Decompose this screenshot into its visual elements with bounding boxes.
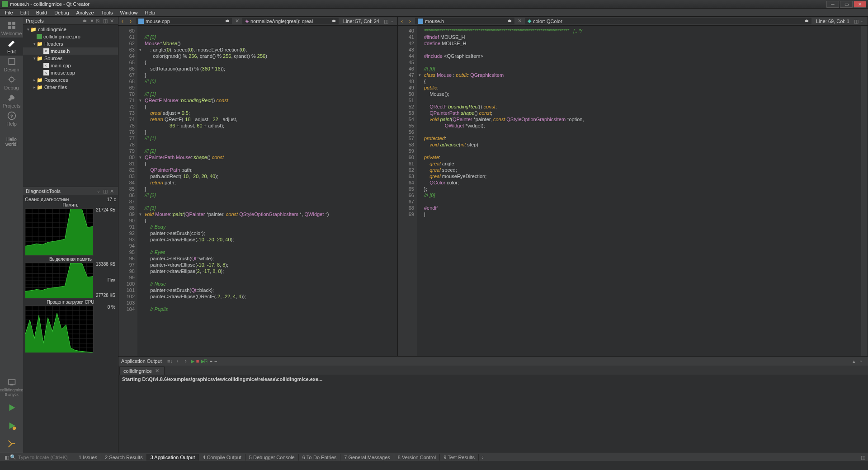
memory-chart bbox=[25, 208, 94, 256]
build-button[interactable] bbox=[0, 435, 23, 453]
symbol-selector[interactable]: ◈ normalizeAngle(qreal): qreal ≑ bbox=[242, 18, 339, 24]
svg-point-4 bbox=[9, 77, 14, 82]
prev-button[interactable]: ‹ bbox=[175, 358, 181, 364]
dropdown-icon[interactable]: ≑ bbox=[481, 455, 486, 460]
split-icon[interactable]: ◫ bbox=[854, 19, 859, 24]
mode-design[interactable]: Design bbox=[0, 56, 23, 74]
svg-rect-8 bbox=[10, 385, 13, 385]
stop-icon[interactable]: ■ bbox=[196, 358, 199, 364]
close-panel-icon[interactable]: ✕ bbox=[110, 18, 115, 24]
side-panel: Projects ≑ ▼ ⎘ ◫ ✕ ▾📁collidingmicecollid… bbox=[23, 17, 118, 453]
member-icon: ◆ bbox=[528, 18, 531, 24]
menu-help[interactable]: Help bbox=[142, 9, 159, 16]
close-panel-icon[interactable]: ✕ bbox=[110, 188, 115, 194]
next-button[interactable]: › bbox=[183, 358, 189, 364]
mode-debug[interactable]: Debug bbox=[0, 74, 23, 92]
function-icon: ◈ bbox=[245, 18, 249, 24]
tree-item[interactable]: hmouse.h bbox=[23, 47, 118, 55]
status-tab[interactable]: 3 Application Output bbox=[147, 454, 199, 461]
output-tab[interactable]: collidingmice ✕ bbox=[119, 367, 165, 375]
status-tab[interactable]: 4 Compile Output bbox=[199, 454, 245, 461]
kit-selector[interactable]: collidingmice Выпуск bbox=[0, 376, 23, 399]
cursor-position: Line: 57, Col: 24 bbox=[340, 19, 382, 24]
code-editor[interactable]: 4041424344454647484950515253545556575859… bbox=[398, 26, 868, 356]
run-button[interactable] bbox=[0, 399, 23, 417]
mode-edit[interactable]: Edit bbox=[0, 38, 23, 56]
dropdown-icon[interactable]: ≑ bbox=[83, 18, 88, 24]
file-selector[interactable]: mouse.h ≑ bbox=[415, 18, 514, 24]
file-selector[interactable]: mouse.cpp ≑ bbox=[136, 18, 232, 24]
close-file-button[interactable]: ✕ bbox=[234, 18, 241, 24]
status-tab[interactable]: 2 Search Results bbox=[101, 454, 147, 461]
status-tab[interactable]: 5 Debugger Console bbox=[245, 454, 299, 461]
tree-item[interactable]: cmain.cpp bbox=[23, 62, 118, 69]
maximize-button[interactable]: ▭ bbox=[840, 1, 853, 8]
split-icon[interactable]: ◫ bbox=[103, 18, 108, 24]
svg-rect-7 bbox=[8, 380, 15, 384]
link-icon[interactable]: ⎘ bbox=[96, 18, 102, 24]
menu-window[interactable]: Window bbox=[117, 9, 141, 16]
menu-edit[interactable]: Edit bbox=[17, 9, 32, 16]
close-split-icon[interactable]: ▫ bbox=[861, 19, 867, 24]
run-debug-button[interactable] bbox=[0, 417, 23, 435]
status-tab[interactable]: 1 Issues bbox=[75, 454, 101, 461]
project-tree[interactable]: ▾📁collidingmicecollidingmice.pro▾📁Header… bbox=[23, 25, 118, 187]
tree-item[interactable]: cmouse.cpp bbox=[23, 69, 118, 76]
forward-button[interactable]: › bbox=[407, 18, 413, 24]
dropdown-icon[interactable]: ≑ bbox=[96, 188, 102, 194]
cpp-icon bbox=[138, 19, 144, 24]
output-text[interactable]: Starting D:\Qt\4.8.6\examples\graphicsvi… bbox=[118, 375, 868, 453]
locator-input[interactable] bbox=[18, 455, 72, 460]
editor-toolbar: ‹ › mouse.h ≑ ✕ ◆ color: QColor ≑ Line: … bbox=[398, 17, 868, 26]
filter-icon[interactable]: ≡↓ bbox=[167, 358, 173, 364]
forward-button[interactable]: › bbox=[127, 18, 134, 24]
tree-item[interactable]: ▾📁collidingmice bbox=[23, 26, 118, 33]
menu-debug[interactable]: Debug bbox=[51, 9, 72, 16]
tree-item[interactable]: collidingmice.pro bbox=[23, 33, 118, 40]
maximize-icon[interactable]: ▴ bbox=[853, 358, 858, 364]
close-file-button[interactable]: ✕ bbox=[516, 18, 523, 24]
attach-icon[interactable]: ▶⎘ bbox=[201, 358, 208, 364]
menu-analyze[interactable]: Analyze bbox=[73, 9, 97, 16]
tree-item[interactable]: ▸📁Resources bbox=[23, 76, 118, 84]
sidebar-toggle-icon[interactable]: ◧ bbox=[2, 455, 7, 460]
menu-file[interactable]: File bbox=[2, 9, 16, 16]
add-icon[interactable]: + bbox=[209, 358, 212, 364]
run-icon[interactable]: ▶ bbox=[191, 358, 194, 364]
locator[interactable]: 🔍 bbox=[8, 454, 74, 460]
split-icon[interactable]: ◫ bbox=[103, 188, 108, 194]
symbol-selector[interactable]: ◆ color: QColor ≑ bbox=[525, 18, 811, 24]
menu-tools[interactable]: Tools bbox=[98, 9, 116, 16]
status-tab[interactable]: 6 To-Do Entries bbox=[299, 454, 341, 461]
menubar: FileEditBuildDebugAnalyzeToolsWindowHelp bbox=[0, 9, 868, 17]
status-tab[interactable]: 8 Version Control bbox=[394, 454, 440, 461]
tree-item[interactable]: ▾📁Sources bbox=[23, 55, 118, 62]
close-split-icon[interactable]: ▫ bbox=[391, 19, 396, 24]
diagnostic-panel: DiagnosticTools ≑ ◫ ✕ Сеанс диагностики1… bbox=[23, 187, 118, 453]
back-button[interactable]: ‹ bbox=[119, 18, 126, 24]
status-tab[interactable]: 7 General Messages bbox=[340, 454, 394, 461]
scrollbar[interactable] bbox=[861, 26, 868, 356]
minimize-button[interactable]: ─ bbox=[826, 1, 839, 8]
status-tab[interactable]: 9 Test Results bbox=[440, 454, 479, 461]
mode-help[interactable]: ?Help bbox=[0, 110, 23, 128]
svg-text:?: ? bbox=[10, 114, 13, 118]
close-button[interactable]: ✕ bbox=[854, 1, 866, 8]
cpu-chart bbox=[25, 306, 94, 353]
code-editor[interactable]: 6061626364656667686970717273747576777879… bbox=[118, 26, 397, 356]
close-output-icon[interactable]: ▫ bbox=[860, 358, 865, 364]
filter-icon[interactable]: ▼ bbox=[90, 18, 95, 24]
split-icon[interactable]: ◫ bbox=[384, 19, 389, 24]
close-tab-icon[interactable]: ✕ bbox=[154, 368, 160, 374]
mode-welcome[interactable]: Welcome bbox=[0, 19, 23, 38]
hello-label: Hello world! bbox=[0, 137, 23, 147]
tree-item[interactable]: ▾📁Headers bbox=[23, 40, 118, 47]
h-icon bbox=[418, 19, 423, 24]
tree-item[interactable]: ▸📁Other files bbox=[23, 84, 118, 91]
alloc-chart bbox=[25, 263, 94, 299]
back-button[interactable]: ‹ bbox=[399, 18, 405, 24]
progress-icon[interactable]: ◫ bbox=[861, 455, 866, 460]
menu-build[interactable]: Build bbox=[33, 9, 50, 16]
remove-icon[interactable]: − bbox=[214, 358, 217, 364]
mode-projects[interactable]: Projects bbox=[0, 92, 23, 110]
